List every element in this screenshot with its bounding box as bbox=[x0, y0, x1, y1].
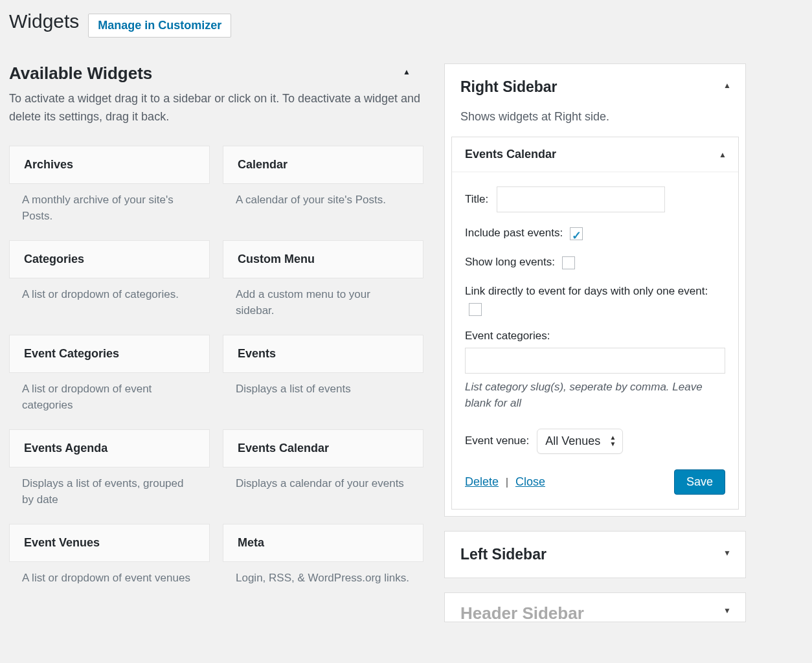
include-past-label: Include past events: bbox=[465, 227, 563, 239]
categories-hint: List category slug(s), seperate by comma… bbox=[465, 379, 725, 412]
widget-desc: Displays a list of events, grouped by da… bbox=[9, 467, 210, 521]
expand-icon: ▼ bbox=[723, 606, 731, 615]
available-widget[interactable]: Custom Menu Add a custom menu to your si… bbox=[223, 240, 423, 332]
available-widget[interactable]: Archives A monthly archive of your site'… bbox=[9, 146, 210, 238]
title-input[interactable] bbox=[497, 186, 665, 212]
expand-icon: ▼ bbox=[723, 548, 731, 557]
manage-in-customizer-button[interactable]: Manage in Customizer bbox=[88, 14, 231, 38]
widget-title[interactable]: Event Categories bbox=[9, 335, 210, 373]
sidebar-header: Header Sidebar ▼ bbox=[444, 592, 746, 622]
show-long-checkbox[interactable] bbox=[562, 256, 575, 269]
widget-title[interactable]: Events bbox=[223, 335, 423, 373]
widget-title[interactable]: Calendar bbox=[223, 146, 423, 184]
page-title: Widgets bbox=[9, 6, 79, 35]
widget-title[interactable]: Categories bbox=[9, 240, 210, 278]
collapse-icon: ▲ bbox=[403, 67, 411, 76]
link-direct-field: Link directly to event for days with onl… bbox=[465, 282, 725, 317]
widget-desc: Add a custom menu to your sidebar. bbox=[223, 278, 423, 332]
categories-field: Event categories: List category slug(s),… bbox=[465, 330, 725, 412]
sidebar-right-header[interactable]: Right Sidebar ▲ bbox=[445, 64, 745, 110]
available-widget[interactable]: Event Venues A list or dropdown of event… bbox=[9, 524, 210, 600]
available-widget[interactable]: Categories A list or dropdown of categor… bbox=[9, 240, 210, 332]
categories-label: Event categories: bbox=[465, 330, 550, 342]
widget-desc: A calendar of your site's Posts. bbox=[223, 184, 423, 221]
sidebar-left-header[interactable]: Left Sidebar ▼ bbox=[445, 532, 745, 578]
select-arrows-icon: ▲▼ bbox=[609, 434, 616, 447]
widget-title[interactable]: Events Calendar bbox=[223, 429, 423, 467]
widget-desc: Login, RSS, & WordPress.org links. bbox=[223, 562, 423, 600]
widget-title[interactable]: Meta bbox=[223, 524, 423, 562]
collapse-icon: ▲ bbox=[719, 150, 727, 159]
include-past-checkbox[interactable] bbox=[570, 227, 583, 240]
sidebar-right-subtitle: Shows widgets at Right side. bbox=[445, 110, 745, 137]
available-widget[interactable]: Event Categories A list or dropdown of e… bbox=[9, 335, 210, 427]
sidebar-header-header[interactable]: Header Sidebar ▼ bbox=[445, 593, 745, 622]
widget-events-calendar-header[interactable]: Events Calendar ▲ bbox=[452, 137, 738, 172]
save-button[interactable]: Save bbox=[674, 469, 725, 495]
widget-title[interactable]: Custom Menu bbox=[223, 240, 423, 278]
available-widget[interactable]: Events Agenda Displays a list of events,… bbox=[9, 429, 210, 521]
venue-label: Event venue: bbox=[465, 434, 529, 447]
venue-field: Event venue: All Venues ▲▼ bbox=[465, 429, 725, 454]
title-label: Title: bbox=[465, 193, 488, 205]
title-field: Title: bbox=[465, 186, 725, 212]
widget-desc: Displays a calendar of your events bbox=[223, 467, 423, 505]
sidebar-right-title: Right Sidebar bbox=[460, 78, 730, 96]
available-widget[interactable]: Calendar A calendar of your site's Posts… bbox=[223, 146, 423, 238]
sidebar-right: Right Sidebar ▲ Shows widgets at Right s… bbox=[444, 63, 746, 517]
link-direct-label: Link directly to event for days with onl… bbox=[465, 285, 708, 297]
widget-desc: A list or dropdown of event venues bbox=[9, 562, 210, 600]
widget-title[interactable]: Event Venues bbox=[9, 524, 210, 562]
widget-events-calendar: Events Calendar ▲ Title: Include past ev… bbox=[451, 137, 739, 510]
close-link[interactable]: Close bbox=[515, 475, 545, 488]
widget-desc: A list or dropdown of categories. bbox=[9, 278, 210, 316]
sidebar-header-title: Header Sidebar bbox=[460, 603, 584, 622]
collapse-icon: ▲ bbox=[723, 81, 731, 90]
available-widget[interactable]: Meta Login, RSS, & WordPress.org links. bbox=[223, 524, 423, 600]
link-separator: | bbox=[506, 476, 508, 488]
widget-desc: A monthly archive of your site's Posts. bbox=[9, 184, 210, 238]
available-widgets-heading: Available Widgets bbox=[9, 63, 423, 84]
delete-link[interactable]: Delete bbox=[465, 475, 499, 488]
show-long-field: Show long events: bbox=[465, 253, 725, 271]
venue-select[interactable]: All Venues ▲▼ bbox=[537, 429, 623, 454]
available-widget[interactable]: Events Displays a list of events bbox=[223, 335, 423, 427]
widget-desc: A list or dropdown of event categories bbox=[9, 373, 210, 427]
available-widgets-description: To activate a widget drag it to a sideba… bbox=[9, 90, 423, 126]
link-direct-checkbox[interactable] bbox=[469, 303, 482, 316]
show-long-label: Show long events: bbox=[465, 256, 555, 268]
available-widgets-header[interactable]: Available Widgets ▲ bbox=[9, 63, 423, 84]
widget-title[interactable]: Events Agenda bbox=[9, 429, 210, 467]
categories-input[interactable] bbox=[465, 348, 725, 374]
widget-title[interactable]: Archives bbox=[9, 146, 210, 184]
widget-events-calendar-title: Events Calendar bbox=[465, 148, 556, 161]
sidebar-left-title: Left Sidebar bbox=[460, 546, 730, 563]
venue-select-value: All Venues bbox=[545, 434, 600, 447]
widget-desc: Displays a list of events bbox=[223, 373, 423, 410]
sidebar-left: Left Sidebar ▼ bbox=[444, 531, 746, 578]
include-past-field: Include past events: bbox=[465, 224, 725, 242]
available-widget[interactable]: Events Calendar Displays a calendar of y… bbox=[223, 429, 423, 521]
